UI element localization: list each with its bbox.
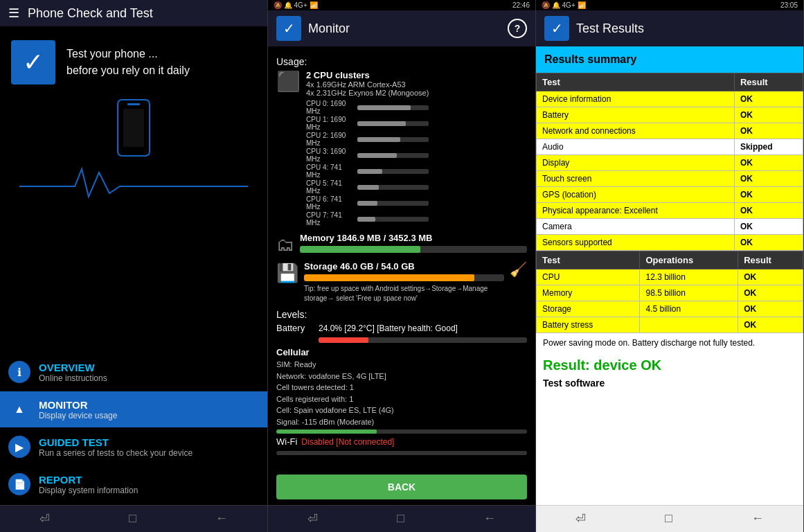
panel-results: 🔕 🔔 4G+ 📶 23:05 ✓ Test Results Results s… bbox=[536, 0, 804, 532]
test-result: OK bbox=[734, 123, 803, 139]
test-result: OK bbox=[734, 91, 803, 107]
back-icon2[interactable]: ← bbox=[483, 511, 496, 526]
levels-section: Levels: Battery 24.0% [29.2°C] [Battery … bbox=[276, 309, 527, 343]
storage-tip: Tip: free up space with Android settings… bbox=[304, 284, 504, 303]
menu-icon[interactable]: ☰ bbox=[8, 6, 19, 21]
nav-item-overview[interactable]: ℹ OVERVIEW Online instructions bbox=[0, 354, 267, 390]
cpu-bar-label: CPU 5: 741 MHz bbox=[306, 179, 355, 195]
summary-table: Test Result Device information OK Batter… bbox=[536, 73, 803, 251]
cpu-bar-track bbox=[357, 137, 429, 142]
battery-row: Battery 24.0% [29.2°C] [Battery health: … bbox=[276, 323, 527, 333]
test-name: Audio bbox=[537, 139, 735, 155]
memory-icon: 🗂 bbox=[276, 233, 294, 256]
cpu-bar-row: CPU 1: 1690 MHz bbox=[306, 116, 429, 131]
nav-item-monitor[interactable]: ▲ MONITOR Display device usage bbox=[0, 391, 267, 427]
nav-item-report[interactable]: 📄 REPORT Display system information bbox=[0, 466, 267, 502]
memory-bar bbox=[300, 246, 527, 253]
stress-ops: 12.3 billion bbox=[640, 269, 738, 285]
test-name: Battery bbox=[537, 107, 735, 123]
panel2-status-bar: 🔕 🔔 4G+ 📶 22:46 bbox=[268, 0, 535, 10]
storage-bar bbox=[304, 274, 504, 281]
status-time-battery: 22:46 bbox=[512, 1, 530, 9]
recent-apps-icon2[interactable]: ⏎ bbox=[307, 511, 318, 526]
nav-item-guided[interactable]: ▶ GUIDED TEST Run a series of tests to c… bbox=[0, 429, 267, 465]
hero-text: Test your phone ... before you rely on i… bbox=[66, 46, 190, 79]
table-row: Display OK bbox=[537, 155, 803, 171]
stress-ops: 4.5 billion bbox=[640, 301, 738, 317]
panel-overview: ☰ Phone Check and Test ✓ Test your phone… bbox=[0, 0, 268, 532]
heartbeat-svg bbox=[11, 166, 256, 200]
panel3-topbar: ✓ Test Results bbox=[536, 10, 803, 46]
nav-section: ℹ OVERVIEW Online instructions ▲ MONITOR… bbox=[0, 351, 267, 505]
col-result: Result bbox=[734, 73, 803, 91]
home-icon[interactable]: □ bbox=[129, 511, 136, 526]
memory-title: Memory 1846.9 MB / 3452.3 MB bbox=[300, 233, 527, 243]
stress-test-name: Battery stress bbox=[537, 317, 640, 333]
cpu-bar-label: CPU 1: 1690 MHz bbox=[306, 116, 355, 131]
stress-result: OK bbox=[738, 317, 803, 333]
recent-apps-icon[interactable]: ⏎ bbox=[39, 511, 50, 526]
table-row: Storage 4.5 billion OK bbox=[537, 301, 803, 317]
home-icon2[interactable]: □ bbox=[397, 511, 404, 526]
status-icons: 🔕 🔔 4G+ 📶 bbox=[274, 1, 318, 9]
towers-line: Cell towers detected: 1 bbox=[276, 382, 527, 393]
cell-line: Cell: Spain vodafone ES, LTE (4G) bbox=[276, 405, 527, 416]
test-result: OK bbox=[734, 235, 803, 251]
clean-icon[interactable]: 🧹 bbox=[510, 261, 527, 303]
cpu-bars: CPU 0: 1690 MHz CPU 1: 1690 MHz CPU 2: 1… bbox=[306, 100, 429, 227]
table-row: Touch screen OK bbox=[537, 171, 803, 187]
recent-apps-icon3[interactable]: ⏎ bbox=[575, 511, 586, 526]
test-name: GPS (location) bbox=[537, 187, 735, 203]
storage-block: 💾 Storage 46.0 GB / 54.0 GB Tip: free up… bbox=[276, 261, 527, 303]
stress-result: OK bbox=[738, 285, 803, 301]
back-icon[interactable]: ← bbox=[215, 511, 228, 526]
sim-line: SIM: Ready bbox=[276, 359, 527, 371]
report-icon: 📄 bbox=[8, 473, 30, 495]
phone-illustration bbox=[0, 98, 267, 160]
svg-rect-2 bbox=[123, 109, 144, 147]
cpu-bar-track bbox=[357, 153, 429, 158]
back-icon3[interactable]: ← bbox=[751, 511, 764, 526]
stress-ops bbox=[640, 317, 738, 333]
table-row: Network and connections OK bbox=[537, 123, 803, 139]
stress-col-result: Result bbox=[738, 251, 803, 269]
test-result: OK bbox=[734, 155, 803, 171]
cpu-bar-fill bbox=[357, 217, 375, 222]
overview-icon: ℹ bbox=[8, 361, 30, 383]
test-name: Sensors supported bbox=[537, 235, 735, 251]
battery-bar-row bbox=[276, 337, 527, 343]
monitor-content: Usage: ⬛ 2 CPU clusters 4x 1.69GHz ARM C… bbox=[268, 46, 535, 469]
test-name: Device information bbox=[537, 91, 735, 107]
panel3-status-bar: 🔕 🔔 4G+ 📶 23:05 bbox=[536, 0, 803, 10]
help-button[interactable]: ? bbox=[508, 19, 527, 38]
table-row: Audio Skipped bbox=[537, 139, 803, 155]
cpu-bar-track bbox=[357, 121, 429, 126]
cpu-bar-label: CPU 6: 741 MHz bbox=[306, 195, 355, 211]
test-name: Touch screen bbox=[537, 171, 735, 187]
cpu-bar-row: CPU 3: 1690 MHz bbox=[306, 148, 429, 163]
panel1-topbar: ☰ Phone Check and Test bbox=[0, 0, 267, 26]
test-result: OK bbox=[734, 171, 803, 187]
panel2-bottom-bar: ⏎ □ ← bbox=[268, 505, 535, 532]
table-row: CPU 12.3 billion OK bbox=[537, 269, 803, 285]
signal-line: Signal: -115 dBm (Moderate) bbox=[276, 416, 527, 428]
cpu-bar-label: CPU 3: 1690 MHz bbox=[306, 148, 355, 163]
cpu-bar-track bbox=[357, 185, 429, 190]
battery-info: 24.0% [29.2°C] [Battery health: Good] bbox=[319, 323, 458, 333]
stress-test-name: Storage bbox=[537, 301, 640, 317]
usage-label: Usage: bbox=[276, 56, 527, 67]
back-button[interactable]: BACK bbox=[276, 475, 527, 499]
cellular-title: Cellular bbox=[276, 347, 527, 357]
svg-rect-1 bbox=[127, 103, 140, 105]
test-name: Display bbox=[537, 155, 735, 171]
cpu-block: ⬛ 2 CPU clusters 4x 1.69GHz ARM Cortex-A… bbox=[276, 70, 527, 227]
cpu-bar-label: CPU 0: 1690 MHz bbox=[306, 100, 355, 115]
home-icon3[interactable]: □ bbox=[665, 511, 672, 526]
cpu-sub2: 4x 2.31GHz Exynos M2 (Mongoose) bbox=[306, 89, 429, 97]
cpu-bar-row: CPU 4: 741 MHz bbox=[306, 163, 429, 179]
monitor-icon: ▲ bbox=[8, 398, 30, 420]
panel3-bottom-bar: ⏎ □ ← bbox=[536, 505, 803, 532]
cpu-bar-track bbox=[357, 169, 429, 174]
panel2-logo: ✓ bbox=[276, 16, 301, 41]
table-row: Physical appearance: Excellent OK bbox=[537, 203, 803, 219]
